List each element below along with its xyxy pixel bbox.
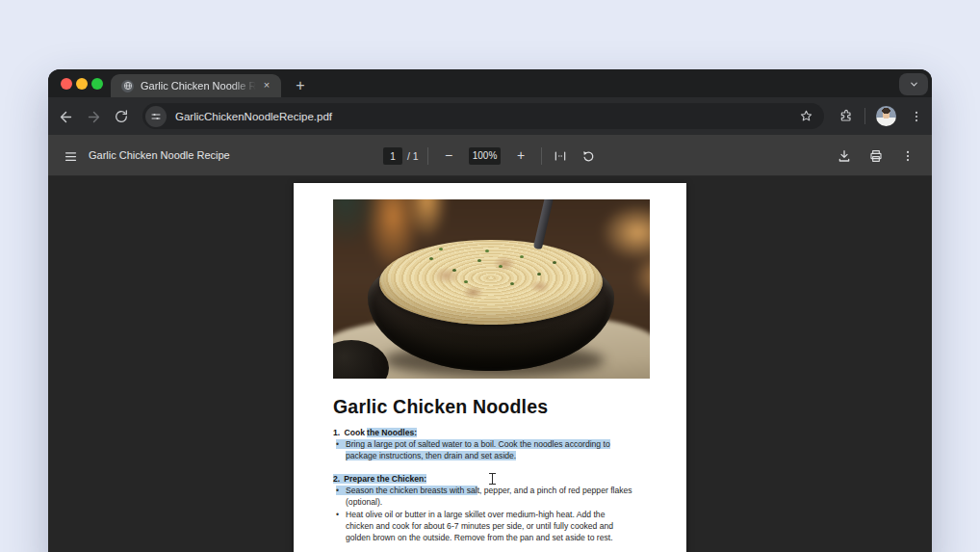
pdf-toolbar: Garlic Chicken Noodle Recipe / 1 − 100% … — [48, 135, 932, 176]
toolbar-divider — [427, 147, 428, 165]
step2-heading-selected: Prepare the Chicken: — [344, 474, 426, 484]
reload-button[interactable] — [110, 105, 133, 128]
pdf-viewer-area[interactable]: Garlic Chicken Noodles 1. Cookthe Noodle… — [48, 176, 932, 552]
site-settings-icon[interactable] — [145, 106, 167, 127]
macos-close-button[interactable] — [61, 78, 72, 90]
bullet-icon: • — [336, 510, 346, 520]
fit-to-width-button[interactable] — [550, 145, 571, 167]
macos-zoom-button[interactable] — [91, 78, 103, 90]
macos-minimize-button[interactable] — [76, 78, 88, 90]
bookmark-star-icon[interactable] — [797, 109, 814, 123]
address-bar[interactable]: GarlicChickenNoodleRecipe.pdf — [142, 103, 824, 129]
bullet-icon: • — [336, 439, 346, 450]
kebab-menu-icon — [910, 110, 923, 123]
zoom-out-button[interactable]: − — [437, 145, 460, 168]
browser-menu-button[interactable] — [905, 105, 928, 128]
extensions-button[interactable] — [835, 105, 858, 128]
tab-close-icon[interactable]: × — [260, 79, 273, 92]
bullet-icon: • — [336, 486, 346, 496]
toolbar-divider — [541, 147, 542, 165]
step2-bullet2-line2: chicken and cook for about 6-7 minutes p… — [346, 521, 613, 532]
pdf-globe-favicon-icon — [121, 80, 134, 92]
page-number-input[interactable] — [383, 147, 402, 165]
photo-parsley-garnish — [477, 259, 481, 262]
step1-heading: 1. Cookthe Noodles: — [333, 428, 417, 438]
browser-window: Garlic Chicken Noodle Reci × + — [48, 69, 932, 552]
step1-heading-selected: the Noodles: — [367, 428, 417, 437]
arrow-left-icon — [58, 109, 74, 125]
forward-button[interactable] — [82, 105, 105, 128]
rotate-counterclockwise-icon — [581, 149, 596, 164]
tab-strip: Garlic Chicken Noodle Reci × + — [48, 69, 932, 97]
url-text: GarlicChickenNoodleRecipe.pdf — [175, 111, 797, 122]
tab-search-chevron-button[interactable] — [899, 73, 928, 95]
step2-bullet2-line3: golden brown on the outside. Remove from… — [346, 533, 613, 543]
step2-bullet-line1: •Season the chicken breasts with salt, p… — [336, 486, 632, 496]
step1-bullet-line1: •Bring a large pot of salted water to a … — [336, 439, 610, 450]
kebab-menu-icon — [901, 149, 915, 163]
profile-avatar[interactable] — [876, 106, 896, 126]
reload-icon — [114, 109, 129, 124]
step2-text-unselected: t, pepper, and a pinch of red pepper fla… — [477, 486, 632, 495]
zoom-in-button[interactable]: + — [509, 145, 532, 168]
page-total-label: / 1 — [407, 135, 419, 176]
print-icon — [868, 148, 884, 164]
address-bar-row: GarlicChickenNoodleRecipe.pdf — [48, 97, 932, 135]
toolbar-divider — [864, 108, 865, 124]
download-icon — [837, 148, 852, 164]
step1-heading-unselected: Cook — [345, 428, 365, 437]
step2-bullet1-line2: (optional). — [346, 497, 382, 508]
photo-creamy-noodles — [379, 240, 603, 325]
step2-bullet-line2: •Heat olive oil or butter in a large ski… — [336, 510, 605, 520]
rotate-page-button[interactable] — [578, 145, 599, 167]
arrow-right-icon — [86, 109, 102, 125]
new-tab-button[interactable]: + — [289, 74, 312, 97]
text-cursor-ibeam-icon — [488, 472, 497, 485]
recipe-food-photo — [333, 199, 650, 379]
zoom-level-label: 100% — [469, 147, 501, 165]
extensions-puzzle-icon — [838, 109, 854, 124]
step1-bullet-line2: package instructions, then drain and set… — [346, 451, 516, 461]
step2-heading: 2.Prepare the Chicken: — [333, 474, 426, 485]
step2-text-selected: Season the chicken breasts with sal — [346, 486, 477, 495]
hamburger-menu-icon — [64, 149, 78, 164]
recipe-title: Garlic Chicken Noodles — [333, 396, 548, 417]
download-button[interactable] — [834, 145, 855, 167]
step2-number: 2. — [333, 474, 340, 484]
step1-number: 1. — [333, 428, 340, 437]
fit-to-width-icon — [553, 148, 568, 164]
pdf-document-title: Garlic Chicken Noodle Recipe — [89, 135, 230, 176]
pdf-page: Garlic Chicken Noodles 1. Cookthe Noodle… — [294, 183, 686, 552]
pdf-more-options-button[interactable] — [897, 145, 918, 167]
back-button[interactable] — [54, 105, 77, 128]
pdf-sidebar-menu-button[interactable] — [60, 145, 81, 167]
print-button[interactable] — [865, 145, 887, 167]
tab-title: Garlic Chicken Noodle Reci — [141, 80, 256, 92]
tab-garlic-chicken-recipe[interactable]: Garlic Chicken Noodle Reci × — [111, 74, 281, 97]
